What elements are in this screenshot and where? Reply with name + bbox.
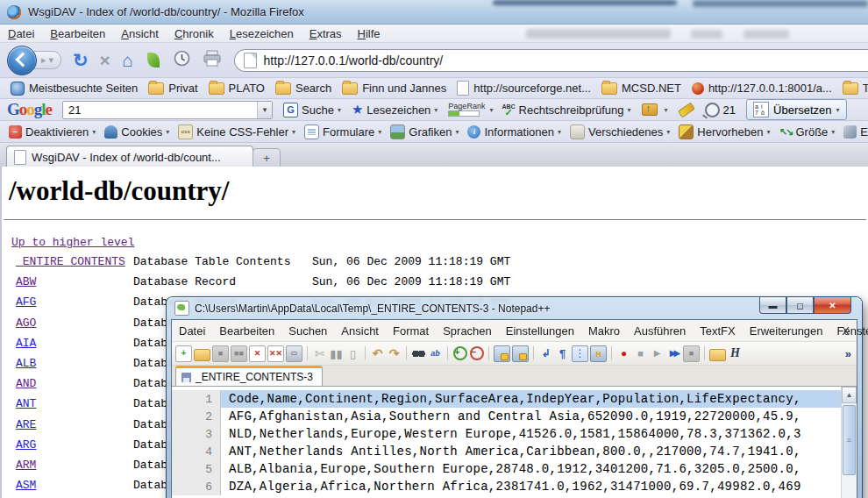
close-all-icon[interactable]: ✕✕ [267,345,284,362]
replace-icon[interactable]: ab [428,346,443,361]
cut-icon[interactable]: ✄ [312,346,327,361]
show-all-characters-icon[interactable]: ¶ [555,346,570,361]
macro-run-multiple-icon[interactable]: ▶▶ [666,346,681,361]
entry-link[interactable]: AIA [16,337,36,350]
devtool-grafiken[interactable]: Grafiken▾ [390,125,459,139]
new-file-icon[interactable]: + [175,345,192,362]
devtool-hervorheben[interactable]: Hervorheben▾ [679,125,770,139]
entry-link[interactable]: ENTIRE CONTENTS [16,255,125,268]
print-icon[interactable]: ▭ [286,345,302,362]
npp-tab-entire-contents[interactable]: _ENTIRE_CONTENTS-3 [175,366,323,386]
entry-link[interactable]: ARG [16,438,36,452]
pagerank-widget[interactable]: PageRank [448,103,485,117]
bookmark-folder-tree-samples[interactable]: Tree Samples [843,82,868,95]
google-search-input[interactable]: 21 ▾ [62,101,273,119]
paste-icon[interactable]: ▯ [345,346,360,361]
entry-link[interactable]: ALB [16,357,36,370]
zoom-out-icon[interactable]: − [470,346,484,360]
editor-line[interactable]: 2 AFG,Afghanistan,Asia,Southern and Cent… [172,408,841,425]
translate-button[interactable]: ai7ö Übersetzen ▾ [746,99,847,120]
zoom-in-icon[interactable]: + [453,346,467,360]
entry-link[interactable]: ABW [16,275,36,288]
entry-link[interactable]: AND [16,377,36,390]
npp-menu-makro[interactable]: Makro [581,323,627,339]
minimize-button[interactable]: ▬ [759,297,786,314]
scrollbar-thumb[interactable]: ≡ [843,405,856,475]
save-all-icon[interactable]: ■■ [231,345,247,362]
npp-menu-ansicht[interactable]: Ansicht [334,323,386,339]
npp-menu-suchen[interactable]: Suchen [281,323,334,339]
editor-line[interactable]: 4 ANT,Netherlands Antilles,North America… [172,443,841,460]
devtool-informationen[interactable]: iInformationen▾ [467,125,561,139]
function-completion-icon[interactable]: ʜ [590,345,607,362]
word-find-icon[interactable] [705,103,720,117]
scroll-up-arrow[interactable]: ▲ [842,387,857,403]
bookmark-folder-plato[interactable]: PLATO [209,82,265,95]
npp-menu-bearbeiten[interactable]: Bearbeiten [212,323,281,339]
npp-doc-close-x[interactable]: X [842,324,850,338]
toolbar-overflow-chevron[interactable]: » [845,347,851,360]
maximize-button[interactable]: ◻ [786,297,814,314]
devtool-deaktivieren[interactable]: –Deaktivieren▾ [9,125,96,139]
url-text[interactable]: http://127.0.0.1/world-db/country/ [264,53,444,68]
devtool-cookies[interactable]: Cookies▾ [104,125,169,139]
devtool-css[interactable]: cssKeine CSS-Fehler▾ [178,125,295,139]
close-file-icon[interactable]: ✕ [249,345,266,362]
menu-hilfe[interactable]: Hilfe [350,25,388,42]
menu-chronik[interactable]: Chronik [167,25,222,42]
back-button[interactable] [7,46,37,75]
undo-icon[interactable]: ↶ [370,346,385,361]
macro-play-icon[interactable]: ▶ [650,346,665,361]
menu-datei[interactable]: Datei [0,25,42,42]
history-clock-button[interactable] [174,50,190,70]
chevron-down-icon[interactable]: ▾ [489,106,493,114]
devtool-verschiedenes[interactable]: Verschiedenes▾ [570,125,670,139]
devtool-groesse[interactable]: ↖↘Größe▾ [779,125,835,139]
print-button[interactable] [203,50,222,70]
macro-stop-icon[interactable]: ■ [633,346,648,361]
bookmark-folder-search[interactable]: Search [275,82,331,95]
menu-extras[interactable]: Extras [302,25,350,42]
npp-titlebar[interactable]: C:\Users\Martin\AppData\Local\Temp\_ENTI… [167,297,862,319]
textfx-h-icon[interactable]: H [728,346,743,361]
find-icon[interactable] [411,346,426,361]
new-tab-button[interactable]: + [253,148,281,168]
editor-line[interactable]: 1 Code,Name,Continent,Region,SurfaceArea… [172,390,841,408]
up-to-higher-level-link[interactable]: Up to higher level [11,236,134,249]
editor-line[interactable]: 6 DZA,Algeria,Africa,Northern Africa,238… [172,478,841,495]
npp-menu-einstellungen[interactable]: Einstellungen [499,323,581,339]
forward-button[interactable]: ▸ ▾ [33,51,61,69]
menu-bearbeiten[interactable]: Bearbeiten [42,25,113,42]
menu-ansicht[interactable]: Ansicht [113,25,167,42]
entry-link[interactable]: AFG [16,295,36,309]
tab-wsgidav[interactable]: WsgiDAV - Index of /world-db/count... [6,146,253,167]
bookmark-folder-finn-und-jannes[interactable]: Finn und Jannes [342,82,446,95]
menu-lesezeichen[interactable]: Lesezeichen [222,25,302,42]
send-to-icon[interactable] [642,103,658,116]
word-wrap-icon[interactable]: ↲ [538,346,553,361]
google-search-value[interactable]: 21 [68,103,81,117]
entry-link[interactable]: ARM [16,459,36,472]
vertical-scrollbar[interactable]: ▲ ≡ [841,387,857,498]
editor-text-area[interactable]: 1 Code,Name,Continent,Region,SurfaceArea… [172,387,841,498]
open-file-icon[interactable] [194,349,210,361]
macro-save-icon[interactable]: ■ [683,345,700,362]
home-button[interactable]: ⌂ [122,50,133,71]
redo-icon[interactable]: ↷ [387,346,402,361]
leaf-icon[interactable] [147,53,160,68]
entry-link[interactable]: ARE [16,418,36,431]
editor-line[interactable]: 3 NLD,Netherlands,Europe,Western Europe,… [172,425,841,443]
google-search-button[interactable]: GSuche▾ [283,103,341,117]
copy-icon[interactable]: ▮▮ [329,346,344,361]
entry-link[interactable]: ASM [16,479,36,492]
editor-line[interactable]: 5 ALB,Albania,Europe,Southern Europe,287… [172,460,841,478]
macro-record-icon[interactable]: ● [616,346,631,361]
highlighter-icon[interactable] [678,102,695,117]
save-icon[interactable]: ■ [212,345,229,362]
npp-menu-erweiterungen[interactable]: Erweiterungen [743,323,830,339]
npp-menu-textfx[interactable]: TextFX [693,323,742,339]
npp-editor[interactable]: 1 Code,Name,Continent,Region,SurfaceArea… [172,386,857,498]
devtool-formulare[interactable]: Formulare▾ [304,125,381,139]
bookmark-sourceforge[interactable]: http://sourceforge.net... [457,81,591,96]
bookmark-folder-privat[interactable]: Privat [148,82,197,95]
